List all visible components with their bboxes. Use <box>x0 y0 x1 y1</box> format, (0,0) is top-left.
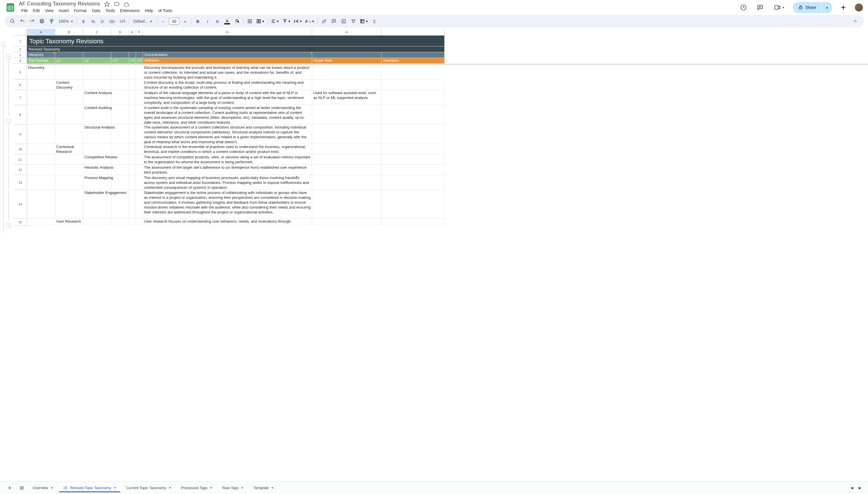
filter-views-button[interactable]: ▼ <box>359 19 369 24</box>
chevron-down-icon: ▼ <box>262 20 265 23</box>
text-color-button[interactable]: A <box>223 17 232 26</box>
bold-icon[interactable]: B <box>193 17 202 26</box>
chevron-down-icon: ▼ <box>150 20 153 23</box>
font-select[interactable]: Defaul... ▼ <box>131 19 155 23</box>
menu-data[interactable]: Data <box>90 7 103 14</box>
undo-icon[interactable] <box>18 17 27 26</box>
menu-edit[interactable]: Edit <box>31 7 42 14</box>
chevron-down-icon: ▼ <box>312 20 315 23</box>
svg-rect-8 <box>775 6 778 9</box>
format-percent-icon[interactable]: % <box>89 17 98 26</box>
insert-comment-icon[interactable] <box>329 17 339 26</box>
meet-button[interactable]: ▼ <box>771 2 788 13</box>
collapse-toolbar-icon[interactable] <box>851 17 860 26</box>
vertical-align-button[interactable]: ▼ <box>281 19 292 24</box>
sheets-logo-icon[interactable] <box>5 2 16 13</box>
gemini-icon[interactable] <box>837 2 849 13</box>
svg-rect-0 <box>6 3 14 12</box>
borders-icon[interactable] <box>245 17 254 26</box>
comments-icon[interactable] <box>754 2 766 13</box>
chevron-down-icon: ▼ <box>288 20 291 23</box>
menu-help[interactable]: Help <box>142 7 155 14</box>
menu-ia-tools[interactable]: IA Tools <box>156 7 175 14</box>
insert-link-icon[interactable] <box>320 17 329 26</box>
horizontal-align-button[interactable]: ▼ <box>270 19 281 24</box>
share-label: Share <box>806 5 816 10</box>
chevron-down-icon: ▼ <box>782 6 785 9</box>
search-menus-icon[interactable] <box>8 17 17 26</box>
merge-cells-button[interactable]: ▼ <box>255 19 266 24</box>
increase-font-size-button[interactable]: + <box>180 17 190 26</box>
menu-extensions[interactable]: Extensions <box>118 7 142 14</box>
filter-icon[interactable] <box>349 17 358 26</box>
svg-line-11 <box>13 22 14 23</box>
font-name: Defaul... <box>133 19 148 23</box>
text-rotation-button[interactable]: A▼ <box>304 19 315 23</box>
svg-point-10 <box>11 19 14 22</box>
share-dropdown[interactable]: ▼ <box>822 2 832 13</box>
menu-format[interactable]: Format <box>72 7 89 14</box>
svg-point-15 <box>238 21 239 22</box>
zoom-select[interactable]: 100% ▼ <box>57 19 75 23</box>
menu-tools[interactable]: Tools <box>103 7 117 14</box>
toolbar: 100% ▼ $ % .0← .00→ 123 Defaul... ▼ − + … <box>5 15 863 27</box>
share-button[interactable]: Share <box>793 2 821 13</box>
fill-color-button[interactable] <box>232 17 242 26</box>
menu-insert[interactable]: Insert <box>57 7 71 14</box>
svg-rect-9 <box>799 7 802 9</box>
titlebar: AF Consulting Taxonomy Revisions File Ed… <box>0 0 868 15</box>
decrease-decimal-icon[interactable]: .0← <box>98 17 108 26</box>
paint-format-icon[interactable] <box>47 17 56 26</box>
cloud-status-icon[interactable] <box>123 1 129 7</box>
chevron-down-icon: ▼ <box>826 6 828 10</box>
svg-rect-31 <box>361 19 364 23</box>
format-currency-icon[interactable]: $ <box>79 17 88 26</box>
move-folder-icon[interactable] <box>114 1 120 7</box>
italic-icon[interactable]: I <box>203 17 212 26</box>
star-icon[interactable] <box>104 1 110 7</box>
redo-icon[interactable] <box>27 17 37 26</box>
chevron-down-icon: ▼ <box>276 20 279 23</box>
decrease-font-size-button[interactable]: − <box>159 17 168 26</box>
more-formats-button[interactable]: 123 <box>118 17 127 26</box>
svg-marker-4 <box>104 1 109 6</box>
menu-file[interactable]: File <box>19 7 30 14</box>
document-title[interactable]: AF Consulting Taxonomy Revisions <box>19 1 100 7</box>
text-wrap-button[interactable]: ▼ <box>292 19 303 24</box>
increase-decimal-icon[interactable]: .00→ <box>108 17 117 26</box>
strikethrough-icon[interactable]: S <box>213 17 222 26</box>
functions-icon[interactable]: Σ <box>370 17 379 26</box>
print-icon[interactable] <box>37 17 46 26</box>
history-icon[interactable] <box>738 2 749 13</box>
zoom-value: 100% <box>59 19 69 23</box>
chevron-down-icon: ▼ <box>299 20 302 23</box>
chevron-down-icon: ▼ <box>71 20 73 23</box>
font-size-input[interactable] <box>169 18 179 25</box>
insert-chart-icon[interactable] <box>339 17 348 26</box>
chevron-down-icon: ▼ <box>365 20 368 23</box>
menu-view[interactable]: View <box>43 7 56 14</box>
account-avatar[interactable] <box>854 3 863 12</box>
menubar: File Edit View Insert Format Data Tools … <box>19 7 735 14</box>
